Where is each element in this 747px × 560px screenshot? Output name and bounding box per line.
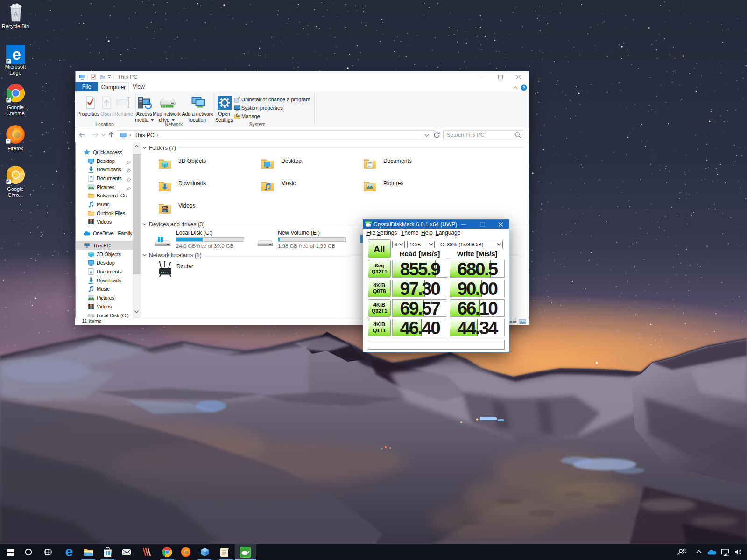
svg-text:?: ? xyxy=(522,85,525,90)
